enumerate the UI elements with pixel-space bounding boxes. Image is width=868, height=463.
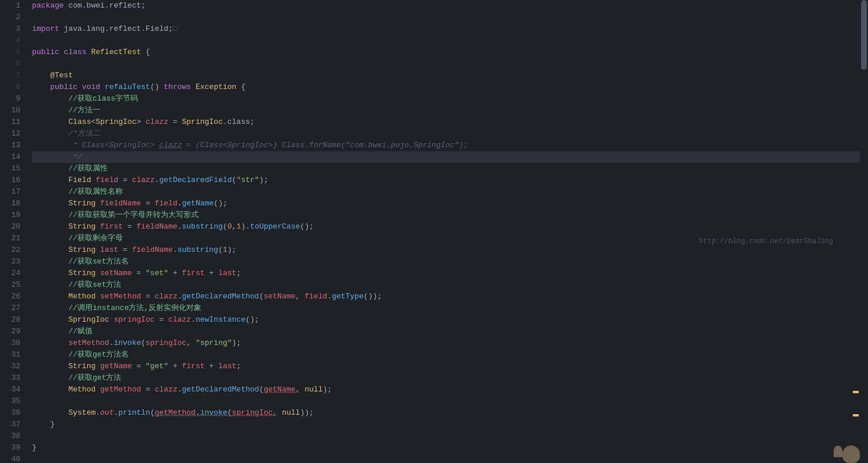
line-numbers: 1 2 3 4 5 6 7 8 9 10 11 ●12 13 14 15 16 … bbox=[0, 0, 26, 463]
code-line-38: //获取get方法 bbox=[32, 372, 868, 384]
code-line-28: //获取set方法名 bbox=[32, 256, 868, 268]
code-line-25: String first = fieldName.substring(0,1).… bbox=[32, 221, 868, 233]
code-line-12: @Test bbox=[32, 70, 868, 81]
code-line-44: } bbox=[32, 442, 868, 454]
code-line-23: String fieldName = field.getName(); bbox=[32, 198, 868, 209]
code-line-40 bbox=[32, 396, 868, 407]
code-line-19: */ bbox=[32, 151, 868, 163]
code-line-37: String getName = "get" + first + last; bbox=[32, 361, 868, 372]
cat-decoration bbox=[825, 440, 860, 463]
code-line-13: public void refaluTest() throws Exceptio… bbox=[32, 81, 868, 93]
code-line-11 bbox=[32, 58, 868, 70]
code-line-41: System.out.println(getMethod.invoke(spri… bbox=[32, 407, 868, 419]
code-line-31: Method setMethod = clazz.getDeclaredMeth… bbox=[32, 291, 868, 302]
code-line-30: //获取set方法 bbox=[32, 279, 868, 291]
code-line-42: } bbox=[32, 419, 868, 430]
code-content: package com.bwei.reflect; import java.la… bbox=[26, 0, 868, 463]
code-line-34: //赋值 bbox=[32, 326, 868, 337]
code-line-17: /*方法二 bbox=[32, 128, 868, 140]
code-line-16: Class<SpringIoc> clazz = SpringIoc.class… bbox=[32, 116, 868, 128]
code-line-45 bbox=[32, 454, 868, 463]
code-line-35: setMethod.invoke(springIoc, "spring"); bbox=[32, 337, 868, 349]
watermark: http://blog.csdn.net/DearShaJing bbox=[699, 237, 833, 245]
code-line-14: //获取class字节码 bbox=[32, 93, 868, 105]
code-line-43 bbox=[32, 430, 868, 442]
code-line-22: //获取属性名称 bbox=[32, 186, 868, 198]
code-line-33: SpringIoc springIoc = clazz.newInstance(… bbox=[32, 314, 868, 326]
code-line-36: //获取get方法名 bbox=[32, 349, 868, 361]
code-line-27: String last = fieldName.substring(1); bbox=[32, 244, 868, 256]
scrollbar[interactable] bbox=[860, 0, 868, 463]
error-indicator-39 bbox=[853, 391, 859, 393]
code-line-21: Field field = clazz.getDeclaredField("st… bbox=[32, 174, 868, 186]
code-editor: 1 2 3 4 5 6 7 8 9 10 11 ●12 13 14 15 16 … bbox=[0, 0, 868, 463]
code-line-15: //方法一 bbox=[32, 105, 868, 116]
code-line-24: //获取获取第一个字母并转为大写形式 bbox=[32, 209, 868, 221]
code-line-29: String setName = "set" + first + last; bbox=[32, 268, 868, 279]
code-line-3: import java.lang.reflect.Field;□ bbox=[32, 23, 868, 35]
code-line-32: //调用instance方法,反射实例化对象 bbox=[32, 302, 868, 314]
scroll-thumb[interactable] bbox=[861, 0, 867, 70]
code-line-2 bbox=[32, 12, 868, 23]
code-line-39: Method getMethod = clazz.getDeclaredMeth… bbox=[32, 384, 868, 396]
code-line-20: //获取属性 bbox=[32, 163, 868, 174]
code-line-1: package com.bwei.reflect; bbox=[32, 0, 868, 12]
code-line-9 bbox=[32, 35, 868, 47]
code-line-18: * Class<SpringIoc> clazz = (Class<Spring… bbox=[32, 140, 868, 151]
error-indicator-41 bbox=[853, 414, 859, 416]
code-line-10: public class ReflectTest { bbox=[32, 47, 868, 58]
